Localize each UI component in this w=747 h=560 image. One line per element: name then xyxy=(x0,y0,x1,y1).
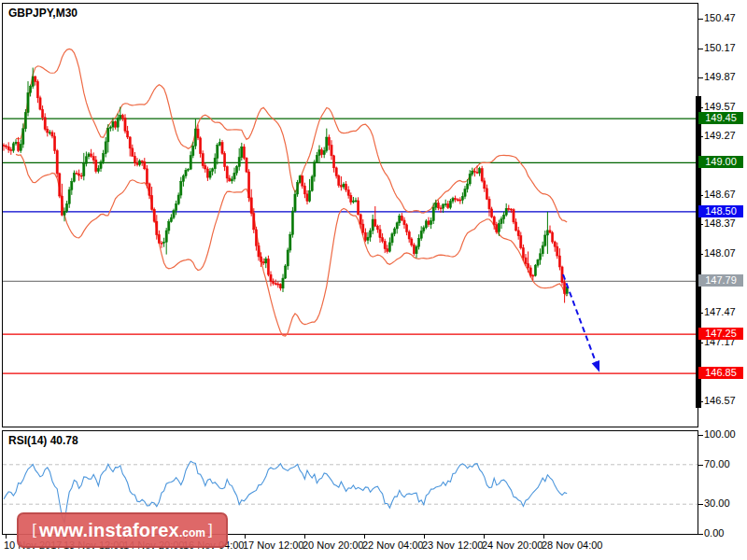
candle-body xyxy=(542,245,543,254)
time-tick-mark xyxy=(364,535,365,539)
candle-body xyxy=(343,184,345,187)
candle-body xyxy=(221,143,223,154)
candle-body xyxy=(197,129,199,138)
rsi-tick-mark xyxy=(698,504,703,505)
rsi-tick-label: 30.00 xyxy=(704,497,730,509)
time-tick-mark xyxy=(6,535,7,539)
price-tick-label: 149.57 xyxy=(704,101,736,112)
candle-body xyxy=(39,98,41,109)
candle-body xyxy=(107,128,109,141)
candle-body xyxy=(233,173,235,179)
candle-body xyxy=(88,154,90,157)
candle-body xyxy=(440,208,442,209)
price-axis-range-bar[interactable] xyxy=(696,96,701,408)
time-tick-mark xyxy=(304,535,305,539)
candle-body xyxy=(148,184,150,196)
candlestick-chart[interactable] xyxy=(3,4,698,426)
candle-body xyxy=(158,234,160,243)
candle-body xyxy=(306,194,308,202)
candle-body xyxy=(36,81,38,97)
candle-body xyxy=(270,274,272,281)
candle-body xyxy=(236,166,238,173)
candle-body xyxy=(185,170,187,175)
time-tick-label: 20 Nov 20:00 xyxy=(303,539,363,551)
candle-body xyxy=(277,284,279,285)
candle-body xyxy=(546,231,548,235)
candle-body xyxy=(484,181,486,189)
candle-body xyxy=(416,246,417,254)
candle-body xyxy=(309,190,311,201)
candle-body xyxy=(488,199,490,209)
candle-body xyxy=(444,204,446,205)
candle-body xyxy=(352,201,354,202)
candle-body xyxy=(435,203,437,208)
candle-body xyxy=(200,138,202,154)
candle-body xyxy=(85,157,87,164)
candle-body xyxy=(515,222,517,231)
candle-body xyxy=(345,184,347,189)
candle-body xyxy=(367,237,369,240)
candle-body xyxy=(3,145,5,146)
candle-body xyxy=(83,163,85,175)
candle-body xyxy=(347,190,349,196)
candle-body xyxy=(27,92,29,112)
candle-body xyxy=(452,199,454,202)
candle-body xyxy=(459,200,461,201)
candle-body xyxy=(134,156,135,162)
candle-body xyxy=(214,158,216,168)
candle-body xyxy=(316,155,317,161)
candle-body xyxy=(238,158,240,167)
time-tick-mark xyxy=(543,535,544,539)
candle-body xyxy=(161,243,162,244)
candle-body xyxy=(302,176,303,186)
candle-body xyxy=(241,147,243,157)
candle-body xyxy=(129,137,131,148)
candle-body xyxy=(275,284,276,285)
candle-body xyxy=(248,172,250,198)
candle-body xyxy=(491,209,493,217)
candle-body xyxy=(163,242,165,243)
candle-body xyxy=(558,256,560,267)
candle-body xyxy=(449,202,451,208)
forecast-arrow-head[interactable] xyxy=(592,360,599,372)
candle-body xyxy=(136,162,138,164)
time-tick-label: 23 Nov 12:00 xyxy=(422,539,483,551)
candle-body xyxy=(362,224,364,232)
candle-body xyxy=(520,236,522,248)
candle-body xyxy=(103,154,105,162)
candle-body xyxy=(56,150,58,173)
candle-body xyxy=(335,168,337,176)
symbol-timeframe-title: GBPJPY,M30 xyxy=(8,7,78,20)
candle-body xyxy=(318,150,320,156)
forecast-arrow-line[interactable] xyxy=(563,274,596,363)
candle-body xyxy=(170,217,172,222)
candle-body xyxy=(299,176,301,183)
candle-body xyxy=(294,194,296,211)
candle-body xyxy=(105,142,106,154)
candle-body xyxy=(437,203,439,208)
candle-body xyxy=(493,217,495,224)
price-tick-mark xyxy=(698,77,703,78)
candle-body xyxy=(261,257,262,262)
band-upper-line xyxy=(16,49,567,222)
candle-body xyxy=(552,232,554,242)
candle-body xyxy=(127,131,129,136)
candle-body xyxy=(12,144,14,150)
price-level-badge: 147.79 xyxy=(698,274,743,287)
candle-body xyxy=(481,169,483,181)
candle-body xyxy=(59,174,61,196)
candle-body xyxy=(24,113,26,129)
candle-body xyxy=(376,226,378,230)
candle-body xyxy=(528,263,529,267)
candle-body xyxy=(479,169,481,174)
candle-body xyxy=(218,143,220,146)
candle-body xyxy=(156,221,158,234)
candle-body xyxy=(370,231,372,237)
candle-body xyxy=(430,221,432,225)
candle-body xyxy=(192,146,194,155)
candle-body xyxy=(498,224,500,232)
candle-body xyxy=(95,160,97,171)
price-level-badge: 148.50 xyxy=(698,205,743,217)
candle-body xyxy=(457,200,458,201)
candle-body xyxy=(188,169,190,170)
